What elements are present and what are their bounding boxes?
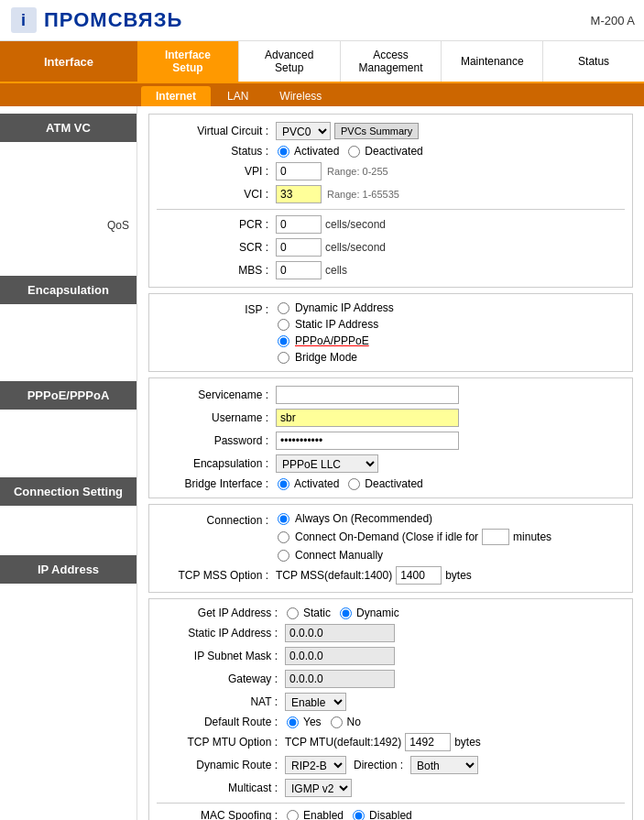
status-deactivated-label[interactable]: Deactivated [346,145,422,158]
idle-minutes-input[interactable] [482,529,509,545]
connection-options: Always On (Recommended) Connect On-Deman… [276,512,551,562]
bridge-activated-radio[interactable] [278,478,289,490]
enc-static-ip[interactable]: Static IP Address [276,318,394,331]
mac-disabled-radio[interactable] [353,810,365,821]
header: i ПРОМСВЯЗЬ M-200 A [0,0,644,41]
atm-vc-section: Virtual Circuit : PVC0 PVC1 PVC2 PVCs Su… [148,114,633,288]
nav-tab-access[interactable]: AccessManagement [341,41,442,82]
default-route-yes-label[interactable]: Yes [285,716,322,728]
nav-tab-maintenance[interactable]: Maintenance [442,41,543,82]
nav-tab-interface[interactable]: InterfaceSetup [137,41,239,82]
status-activated-label[interactable]: Activated [276,145,339,158]
bridge-deactivated-label[interactable]: Deactivated [346,477,422,490]
vpi-input[interactable] [276,162,322,180]
ppp-encap-select[interactable]: PPPoE LLC PPPoE VC-Mux PPPoA LLC PPPoA V… [276,454,378,473]
enc-dynamic-radio[interactable] [278,302,289,314]
ppp-encap-row: Encapsulation : PPPoE LLC PPPoE VC-Mux P… [157,454,625,473]
static-ip-input[interactable] [285,624,395,642]
conn-always-on-radio[interactable] [278,513,289,525]
conn-manual-radio[interactable] [278,550,289,562]
subnet-input[interactable] [285,647,395,665]
subnet-mask-row: IP Subnet Mask : [157,647,625,665]
default-route-no-label[interactable]: No [329,716,361,728]
bridge-deactivated-radio[interactable] [348,478,360,490]
enc-bridge-radio[interactable] [278,352,289,364]
scr-label: SCR : [157,241,276,254]
enc-dynamic-ip[interactable]: Dynamic IP Address [276,301,394,314]
gateway-input[interactable] [285,670,395,688]
mac-enabled-radio[interactable] [287,810,299,821]
vci-row: VCI : Range: 1-65535 [157,185,625,203]
model-label: M-200 A [591,14,635,27]
status-deactivated-radio[interactable] [348,146,360,158]
vc-select[interactable]: PVC0 PVC1 PVC2 [276,122,331,140]
vc-label: Virtual Circuit : [157,125,276,137]
nat-select[interactable]: Enable Disable [285,693,346,711]
get-ip-static-radio[interactable] [287,607,299,619]
enc-pppoe[interactable]: PPPoA/PPPoE [276,334,394,347]
default-route-yes-radio[interactable] [287,716,299,728]
default-route-no-radio[interactable] [331,716,343,728]
divider1 [157,209,625,210]
vpi-range: Range: 0-255 [327,166,388,177]
multicast-label: Multicast : [157,782,285,794]
status-row: Status : Activated Deactivated [157,145,625,158]
logo-text: ПРОМСВЯЗЬ [44,8,182,32]
conn-on-demand-radio[interactable] [278,531,289,543]
tcp-mss-input[interactable] [396,566,442,585]
main-nav: Interface InterfaceSetup AdvancedSetup A… [0,41,644,83]
direction-select[interactable]: None Both In Only Out Only [410,756,478,774]
password-input[interactable] [276,432,459,450]
enc-static-radio[interactable] [278,319,289,331]
sub-tab-wireless[interactable]: Wireless [265,86,336,106]
nav-tab-status[interactable]: Status [543,41,644,82]
default-route-row: Default Route : Yes No [157,716,625,728]
encapsulation-section: ISP : Dynamic IP Address Static IP Addre… [148,293,633,372]
mac-enabled-label[interactable]: Enabled [285,809,344,820]
sidebar-encapsulation: Encapsulation [0,276,136,304]
dynamic-route-select[interactable]: RIP1 RIP2-B RIP2-M [285,756,346,774]
ip-address-section: Get IP Address : Static Dynamic Static I… [148,598,633,820]
vci-input[interactable] [276,185,322,203]
conn-manual[interactable]: Connect Manually [276,549,551,562]
mbs-label: MBS : [157,264,276,277]
nav-tab-advanced[interactable]: AdvancedSetup [239,41,341,82]
username-input[interactable] [276,409,459,427]
status-activated-radio[interactable] [278,146,289,158]
conn-always-on[interactable]: Always On (Recommended) [276,512,551,525]
get-ip-dynamic-radio[interactable] [340,607,352,619]
connection-section: Connection : Always On (Recommended) Con… [148,504,633,593]
sidebar-connection: Connection Setting [0,477,136,506]
pcr-input[interactable] [276,215,322,234]
vpi-label: VPI : [157,165,276,178]
sub-nav: Internet LAN Wireless [0,83,644,106]
get-ip-static-label[interactable]: Static [285,607,331,619]
tcp-mtu-input[interactable] [405,733,451,751]
get-ip-dynamic-label[interactable]: Dynamic [338,607,399,619]
direction-label: Direction : [354,759,403,771]
mac-disabled-label[interactable]: Disabled [351,809,412,820]
mbs-input[interactable] [276,261,322,279]
bridge-row: Bridge Interface : Activated Deactivated [157,477,625,490]
mac-spoofing-row: MAC Spoofing : Enabled Disabled [157,809,625,820]
subnet-label: IP Subnet Mask : [157,650,285,662]
servicename-input[interactable] [276,386,459,404]
sub-tab-lan[interactable]: LAN [213,86,263,106]
mbs-unit: cells [325,264,347,277]
multicast-row: Multicast : Disabled IGMP v1 IGMP v2 [157,779,625,797]
bridge-label: Bridge Interface : [157,477,276,490]
sub-tab-internet[interactable]: Internet [141,86,211,106]
sidebar-atm-spacer [0,142,136,215]
pcr-label: PCR : [157,218,276,231]
connection-label: Connection : [157,512,276,527]
pcr-controls: cells/second [276,215,386,234]
conn-on-demand[interactable]: Connect On-Demand (Close if idle for min… [276,529,551,545]
scr-input[interactable] [276,238,322,257]
logo-icon: i [9,5,38,35]
enc-bridge[interactable]: Bridge Mode [276,351,394,364]
bridge-activated-label[interactable]: Activated [276,477,339,490]
multicast-select[interactable]: Disabled IGMP v1 IGMP v2 [285,779,352,797]
pvcs-summary-btn[interactable]: PVCs Summary [334,123,419,139]
dynamic-route-row: Dynamic Route : RIP1 RIP2-B RIP2-M Direc… [157,756,625,774]
enc-pppoe-radio[interactable] [278,335,289,347]
